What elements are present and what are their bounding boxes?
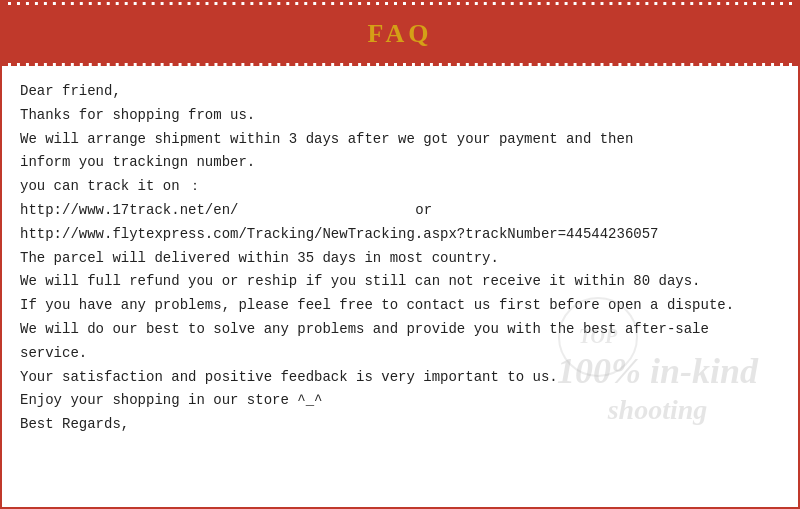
line-arrange-shipment: We will arrange shipment within 3 days a… — [20, 128, 780, 152]
line-you-can-track: you can track it on ： — [20, 175, 780, 199]
line-thanks: Thanks for shopping from us. — [20, 104, 780, 128]
faq-title: FAQ — [2, 13, 798, 55]
line-service: service. — [20, 342, 780, 366]
or-text: or — [415, 202, 432, 218]
line-parcel-delivered: The parcel will delivered within 35 days… — [20, 247, 780, 271]
faq-content: Dear friend, Thanks for shopping from us… — [2, 66, 798, 447]
line-inform-tracking: inform you trackingn number. — [20, 151, 780, 175]
page-container: FAQ Dear friend, Thanks for shopping fro… — [0, 0, 800, 509]
line-best-regards: Best Regards, — [20, 413, 780, 437]
line-full-refund: We will full refund you or reship if you… — [20, 270, 780, 294]
line-url-flytexpress: http://www.flytexpress.com/Tracking/NewT… — [20, 223, 780, 247]
line-satisfaction: Your satisfaction and positive feedback … — [20, 366, 780, 390]
top-circle-text: TOP — [579, 325, 618, 348]
line-enjoy-shopping: Enjoy your shopping in our store ^_^ — [20, 389, 780, 413]
line-url-17track: http://www.17track.net/en/ or — [20, 199, 780, 223]
line-any-problems: If you have any problems, please feel fr… — [20, 294, 780, 318]
url-17track: http://www.17track.net/en/ — [20, 202, 238, 218]
line-do-our-best: We will do our best to solve any problem… — [20, 318, 780, 342]
line-dear-friend: Dear friend, — [20, 80, 780, 104]
top-circle-watermark: TOP — [558, 297, 638, 377]
header: FAQ — [2, 5, 798, 63]
